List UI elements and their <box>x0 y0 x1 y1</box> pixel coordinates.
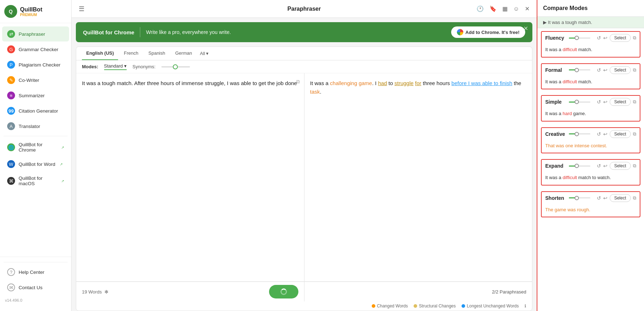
shorten-undo-icon[interactable]: ↩ <box>603 195 608 201</box>
mode-card-header-expand: Expand ↺ ↩ Select ⧉ <box>542 160 640 172</box>
copy-input-icon[interactable]: ⧉ <box>296 78 300 85</box>
shorten-fill <box>569 197 575 198</box>
word-count: 19 Words ✻ <box>82 289 108 295</box>
output-segment-2: . I <box>372 80 378 86</box>
synonyms-slider[interactable] <box>161 66 190 68</box>
expand-copy-icon[interactable]: ⧉ <box>633 163 636 169</box>
editor-footers: 19 Words ✻ 2/2 Paraphrased <box>76 281 532 301</box>
simple-select-button[interactable]: Select <box>610 98 631 106</box>
sidebar-item-translator[interactable]: A Translator <box>2 119 69 134</box>
sidebar-item-mac[interactable]: ⌘ QuillBot for macOS ↗ <box>2 172 69 190</box>
shorten-select-button[interactable]: Select <box>610 194 631 202</box>
sidebar-label-paraphraser: Paraphraser <box>19 31 45 37</box>
close-topbar-icon[interactable]: ✕ <box>525 5 530 12</box>
simple-slider[interactable] <box>569 102 594 103</box>
sidebar-item-chrome[interactable]: 🌐 QuillBot for Chrome ↗ <box>2 138 69 156</box>
mode-card-fluency: Fluency ↺ ↩ Select ⧉ It was a difficult … <box>541 31 640 58</box>
creative-fill <box>569 133 575 134</box>
formal-output: It was a difficult match. <box>542 76 640 89</box>
mode-card-creative: Creative ↺ ↩ Select ⧉ That was one inten… <box>541 127 640 154</box>
external-link-word-icon: ↗ <box>60 162 63 166</box>
fluency-highlight: difficult <box>562 47 577 52</box>
expand-undo-icon[interactable]: ↩ <box>603 163 608 169</box>
expand-actions: ↺ ↩ Select ⧉ <box>597 162 636 170</box>
creative-select-button[interactable]: Select <box>610 130 631 138</box>
grid-icon[interactable]: ▦ <box>502 5 508 12</box>
history-icon[interactable]: 🕐 <box>477 5 484 12</box>
external-link-mac-icon: ↗ <box>61 179 64 183</box>
tab-french[interactable]: French <box>119 47 142 60</box>
tab-all[interactable]: All ▾ <box>198 47 211 60</box>
sidebar-item-cowriter[interactable]: ✎ Co-Writer <box>2 73 69 88</box>
plagiarism-icon: P <box>7 61 15 69</box>
simple-thumb <box>575 100 579 104</box>
emoji-icon[interactable]: ☺ <box>513 6 519 12</box>
bookmark-icon[interactable]: 🔖 <box>489 5 497 12</box>
simple-undo-icon[interactable]: ↩ <box>603 99 608 105</box>
sidebar-item-help[interactable]: ? Help Center <box>2 265 69 280</box>
paraphrase-button[interactable] <box>269 285 298 298</box>
structural-dot <box>414 304 417 308</box>
quillbot-logo: Q <box>4 5 17 18</box>
expand-refresh-icon[interactable]: ↺ <box>597 163 601 169</box>
compare-subtext: ▶ It was a tough match. <box>537 17 644 28</box>
sidebar-label-mac: QuillBot for macOS <box>19 176 57 186</box>
expand-select-button[interactable]: Select <box>610 162 631 170</box>
creative-slider[interactable] <box>569 133 594 134</box>
main-content: ☰ Paraphraser 🕐 🔖 ▦ ☺ ✕ QuillBot for Chr… <box>72 0 537 311</box>
sidebar-item-word[interactable]: W QuillBot for Word ↗ <box>2 157 69 172</box>
mode-card-header-simple: Simple ↺ ↩ Select ⧉ <box>542 96 640 108</box>
output-pane: It was a challenging game. I had to stru… <box>304 73 532 281</box>
fluency-select-button[interactable]: Select <box>610 34 631 42</box>
synonyms-label: Synonyms: <box>132 64 155 69</box>
formal-actions: ↺ ↩ Select ⧉ <box>597 66 636 74</box>
legend-changed: Changed Words <box>372 303 408 308</box>
chrome-btn-label: Add to Chrome. It's free! <box>465 30 519 35</box>
fluency-thumb <box>575 36 579 40</box>
summarizer-icon: ≡ <box>7 92 15 99</box>
chrome-banner-brand: QuillBot for Chrome <box>83 29 134 35</box>
fluency-copy-icon[interactable]: ⧉ <box>633 35 636 41</box>
sidebar-item-contact[interactable]: ✉ Contact Us <box>2 280 69 295</box>
close-banner-icon[interactable]: ✕ <box>523 25 528 32</box>
tab-spanish[interactable]: Spanish <box>144 47 170 60</box>
mode-selector[interactable]: Standard ▾ <box>104 63 127 70</box>
shorten-copy-icon[interactable]: ⧉ <box>633 195 636 201</box>
legend-info-icon[interactable]: ℹ <box>525 303 526 308</box>
output-highlight-challenging: challenging game <box>330 80 372 86</box>
sidebar-item-paraphraser[interactable]: ⇄ Paraphraser <box>2 26 69 41</box>
tab-english[interactable]: English (US) <box>82 47 118 60</box>
sidebar-label-translator: Translator <box>19 124 40 129</box>
shorten-slider[interactable] <box>569 197 594 198</box>
sidebar-item-grammar[interactable]: G Grammar Checker <box>2 42 69 57</box>
expand-output: It was a difficult match to watch. <box>542 172 640 185</box>
tab-german[interactable]: German <box>171 47 196 60</box>
topbar-icons: 🕐 🔖 ▦ ☺ ✕ <box>477 5 530 12</box>
sidebar-item-summarizer[interactable]: ≡ Summarizer <box>2 88 69 103</box>
creative-undo-icon[interactable]: ↩ <box>603 131 608 137</box>
simple-copy-icon[interactable]: ⧉ <box>633 99 636 105</box>
hamburger-icon[interactable]: ☰ <box>79 5 84 13</box>
legend-unchanged: Longest Unchanged Words <box>462 303 519 308</box>
formal-undo-icon[interactable]: ↩ <box>603 67 608 73</box>
compare-modes-label: Compare Modes <box>543 5 587 11</box>
creative-refresh-icon[interactable]: ↺ <box>597 131 601 137</box>
fluency-slider[interactable] <box>569 38 594 39</box>
shorten-refresh-icon[interactable]: ↺ <box>597 195 601 201</box>
sidebar-item-plagiarism[interactable]: P Plagiarism Checker <box>2 57 69 72</box>
creative-copy-icon[interactable]: ⧉ <box>633 131 636 137</box>
formal-refresh-icon[interactable]: ↺ <box>597 67 601 73</box>
fluency-refresh-icon[interactable]: ↺ <box>597 35 601 41</box>
formal-copy-icon[interactable]: ⧉ <box>633 67 636 73</box>
simple-refresh-icon[interactable]: ↺ <box>597 99 601 105</box>
formal-select-button[interactable]: Select <box>610 66 631 74</box>
page-title: Paraphraser <box>287 6 321 12</box>
formal-slider[interactable] <box>569 69 594 70</box>
chrome-banner-btn[interactable]: Add to Chrome. It's free! <box>451 26 525 38</box>
brand-name: QuillBot <box>20 6 42 13</box>
fluency-undo-icon[interactable]: ↩ <box>603 35 608 41</box>
expand-slider[interactable] <box>569 166 594 167</box>
shorten-thumb <box>575 196 579 200</box>
input-pane[interactable]: ⧉ It was a tough match. After three hour… <box>76 73 304 281</box>
sidebar-item-citation[interactable]: 99 Citation Generator <box>2 103 69 118</box>
